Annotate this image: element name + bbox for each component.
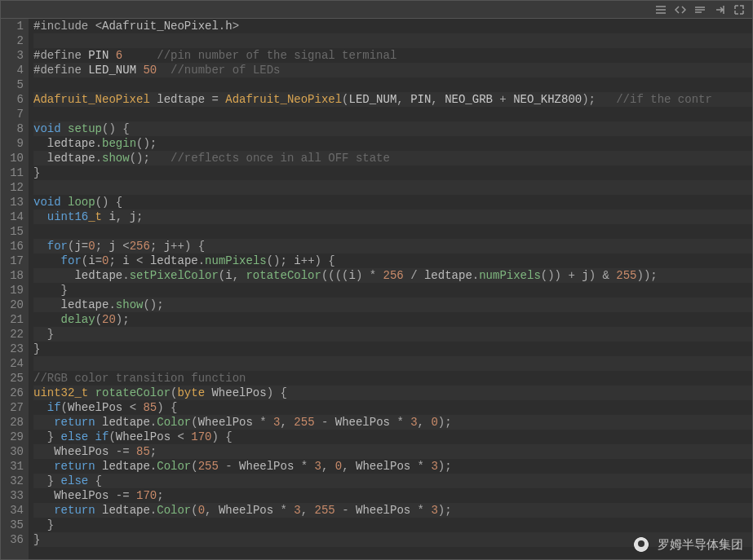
code-line[interactable]: for(i=0; i < ledtape.numPixels(); i++) { — [33, 254, 752, 268]
line-number: 8 — [1, 121, 24, 136]
code-line[interactable]: return ledtape.Color(255 - WheelPos * 3,… — [33, 459, 752, 474]
line-number: 15 — [1, 224, 24, 239]
code-line[interactable]: #include <Adafruit_NeoPixel.h> — [33, 19, 752, 33]
line-number: 30 — [1, 444, 24, 459]
code-line[interactable]: return ledtape.Color(0, WheelPos * 3, 25… — [33, 503, 752, 518]
line-number: 3 — [1, 48, 24, 63]
code-line[interactable]: void loop() { — [33, 195, 752, 209]
line-number: 10 — [1, 151, 24, 165]
line-number: 16 — [1, 239, 24, 254]
line-number: 7 — [1, 107, 24, 121]
line-number: 29 — [1, 430, 24, 444]
code-line[interactable]: void setup() { — [33, 121, 752, 136]
code-line[interactable]: } else if(WheelPos < 170) { — [33, 430, 752, 444]
code-line[interactable]: } — [33, 518, 752, 532]
editor-toolbar — [1, 1, 752, 19]
line-number: 21 — [1, 312, 24, 327]
code-line[interactable]: } — [33, 327, 752, 342]
wrap-icon[interactable] — [693, 3, 706, 16]
line-number: 17 — [1, 254, 24, 268]
line-number: 23 — [1, 342, 24, 356]
code-content[interactable]: #include <Adafruit_NeoPixel.h>#define PI… — [29, 19, 752, 559]
editor-container: 1234567891011121314151617181920212223242… — [0, 0, 753, 560]
code-line[interactable]: } else { — [33, 474, 752, 488]
code-line[interactable]: delay(20); — [33, 312, 752, 327]
line-number: 24 — [1, 356, 24, 371]
code-line[interactable] — [33, 107, 752, 121]
code-area[interactable]: 1234567891011121314151617181920212223242… — [1, 19, 752, 559]
line-number: 13 — [1, 195, 24, 209]
code-line[interactable]: return ledtape.Color(WheelPos * 3, 255 -… — [33, 415, 752, 430]
code-line[interactable]: WheelPos -= 85; — [33, 444, 752, 459]
code-line[interactable]: } — [33, 342, 752, 356]
line-number: 6 — [1, 92, 24, 107]
line-number: 20 — [1, 298, 24, 312]
code-line[interactable]: } — [33, 165, 752, 180]
code-icon[interactable] — [674, 3, 687, 16]
line-number: 35 — [1, 518, 24, 532]
line-number: 22 — [1, 327, 24, 342]
line-number: 19 — [1, 283, 24, 298]
code-line[interactable] — [33, 356, 752, 371]
code-line[interactable]: ledtape.show(); //reflects once in all O… — [33, 151, 752, 165]
code-line[interactable]: Adafruit_NeoPixel ledtape = Adafruit_Neo… — [33, 92, 752, 107]
code-line[interactable]: #define PIN 6 //pin number of the signal… — [33, 48, 752, 63]
line-number: 12 — [1, 180, 24, 195]
line-number: 9 — [1, 136, 24, 151]
line-number: 11 — [1, 165, 24, 180]
menu-icon[interactable] — [654, 3, 667, 16]
line-number: 31 — [1, 459, 24, 474]
line-number: 34 — [1, 503, 24, 518]
code-line[interactable]: uint16_t i, j; — [33, 209, 752, 224]
code-line[interactable] — [33, 33, 752, 48]
code-line[interactable]: } — [33, 283, 752, 298]
line-number: 18 — [1, 268, 24, 283]
line-number: 33 — [1, 488, 24, 503]
line-number: 5 — [1, 77, 24, 92]
line-number-gutter: 1234567891011121314151617181920212223242… — [1, 19, 29, 559]
code-line[interactable] — [33, 180, 752, 195]
code-line[interactable]: } — [33, 532, 752, 547]
code-line[interactable]: ledtape.begin(); — [33, 136, 752, 151]
code-line[interactable]: for(j=0; j <256; j++) { — [33, 239, 752, 254]
code-line[interactable] — [33, 224, 752, 239]
code-line[interactable]: ledtape.show(); — [33, 298, 752, 312]
code-line[interactable]: uint32_t rotateColor(byte WheelPos) { — [33, 386, 752, 400]
line-number: 14 — [1, 209, 24, 224]
line-number: 27 — [1, 400, 24, 415]
line-number: 25 — [1, 371, 24, 386]
line-number: 36 — [1, 532, 24, 547]
code-line[interactable] — [33, 77, 752, 92]
line-number: 1 — [1, 19, 24, 33]
code-line[interactable]: ledtape.setPixelColor(i, rotateColor((((… — [33, 268, 752, 283]
expand-icon[interactable] — [733, 3, 746, 16]
line-number: 26 — [1, 386, 24, 400]
code-line[interactable]: //RGB color transition function — [33, 371, 752, 386]
code-line[interactable]: if(WheelPos < 85) { — [33, 400, 752, 415]
code-line[interactable]: WheelPos -= 170; — [33, 488, 752, 503]
line-number: 28 — [1, 415, 24, 430]
line-number: 32 — [1, 474, 24, 488]
export-icon[interactable] — [713, 3, 726, 16]
code-line[interactable]: #define LED_NUM 50 //number of LEDs — [33, 63, 752, 77]
line-number: 2 — [1, 33, 24, 48]
line-number: 4 — [1, 63, 24, 77]
